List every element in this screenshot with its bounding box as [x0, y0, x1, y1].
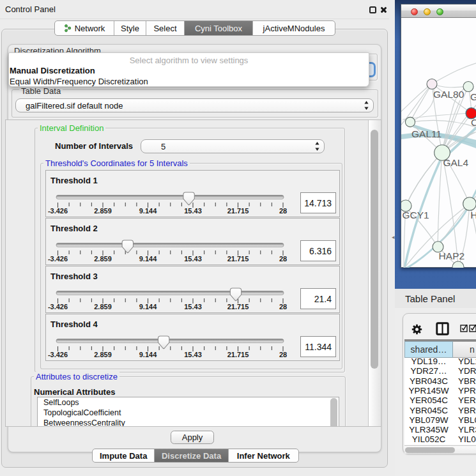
svg-text:CY: CY	[471, 117, 476, 128]
svg-text:GAL: GAL	[470, 91, 476, 102]
svg-text:9.144: 9.144	[139, 255, 157, 263]
svg-text:28: 28	[279, 207, 287, 215]
svg-text:28: 28	[279, 303, 287, 311]
svg-text:-3.426: -3.426	[48, 255, 68, 263]
svg-text:GAL80: GAL80	[433, 89, 464, 100]
svg-text:GAL4: GAL4	[443, 157, 468, 168]
svg-text:H: H	[470, 210, 476, 220]
svg-text:GCY1: GCY1	[403, 210, 429, 220]
svg-text:2.859: 2.859	[94, 207, 112, 215]
svg-text:9.144: 9.144	[139, 303, 157, 311]
svg-text:21.715: 21.715	[227, 303, 249, 311]
svg-text:HAP2: HAP2	[439, 250, 465, 261]
svg-text:15.43: 15.43	[184, 207, 202, 215]
svg-text:15.43: 15.43	[184, 303, 202, 311]
svg-text:15.43: 15.43	[184, 351, 202, 358]
svg-text:9.144: 9.144	[139, 351, 157, 358]
svg-text:15.43: 15.43	[184, 255, 202, 263]
svg-text:28: 28	[279, 255, 287, 263]
svg-text:-3.426: -3.426	[48, 303, 68, 311]
svg-text:2.859: 2.859	[94, 303, 112, 311]
svg-text:2.859: 2.859	[94, 351, 112, 358]
svg-text:2.859: 2.859	[94, 255, 112, 263]
svg-text:21.715: 21.715	[227, 255, 249, 263]
svg-text:28: 28	[279, 351, 287, 358]
svg-text:9.144: 9.144	[139, 207, 157, 215]
svg-text:-3.426: -3.426	[48, 351, 68, 358]
svg-text:GAL11: GAL11	[411, 128, 441, 139]
svg-text:21.715: 21.715	[227, 207, 249, 215]
svg-text:-3.426: -3.426	[48, 207, 68, 215]
svg-text:21.715: 21.715	[227, 351, 249, 358]
